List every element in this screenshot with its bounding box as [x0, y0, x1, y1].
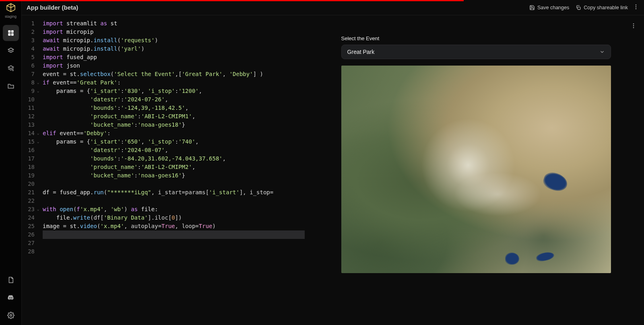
sidebar-nav-layers-add[interactable]: [3, 60, 19, 76]
more-vert-icon: [633, 4, 639, 10]
more-vert-icon: [630, 23, 637, 29]
env-badge: staging: [5, 14, 17, 19]
app-preview-pane: Select the Event Great Park: [308, 15, 644, 325]
svg-point-8: [636, 8, 636, 9]
sidebar-nav-folder[interactable]: [3, 78, 19, 94]
page-title: App builder (beta): [27, 4, 78, 11]
save-changes-button[interactable]: Save changes: [529, 5, 569, 10]
event-select-value: Great Park: [347, 49, 375, 55]
loading-progress-bar: [0, 0, 464, 1]
lake-feature: [535, 251, 555, 263]
sidebar-nav-layers[interactable]: [3, 43, 19, 59]
svg-rect-1: [11, 30, 13, 33]
svg-point-9: [633, 23, 634, 24]
preview-more-button[interactable]: [630, 23, 637, 30]
code-editor[interactable]: 1234567891011121314151617181920212223242…: [22, 15, 308, 325]
save-icon: [529, 5, 535, 10]
svg-rect-3: [11, 33, 13, 36]
fold-gutter: ⌄⌄⌄⌄⌄: [37, 15, 41, 325]
copy-icon: [576, 5, 581, 10]
line-number-gutter: 1234567891011121314151617181920212223242…: [22, 15, 37, 325]
chevron-down-icon: [599, 49, 605, 55]
sidebar-nav-workbench[interactable]: [3, 25, 19, 41]
copy-link-label: Copy shareable link: [584, 5, 628, 10]
lake-feature: [505, 253, 519, 265]
svg-point-4: [10, 315, 12, 317]
left-sidebar: staging: [0, 0, 22, 325]
sidebar-nav-settings[interactable]: [3, 307, 19, 323]
svg-point-7: [636, 6, 636, 7]
header-more-button[interactable]: [633, 4, 639, 11]
satellite-video-frame[interactable]: [341, 66, 611, 273]
sidebar-nav-docs[interactable]: [3, 272, 19, 288]
sidebar-nav-discord[interactable]: [3, 290, 19, 306]
editor-header: App builder (beta) Save changes Copy sha…: [22, 0, 644, 15]
event-select[interactable]: Great Park: [341, 45, 611, 59]
lake-feature: [541, 170, 570, 193]
app-logo-icon: [6, 3, 16, 14]
svg-rect-5: [578, 7, 580, 9]
code-content[interactable]: import streamlit as stimport micropipawa…: [41, 15, 308, 325]
select-event-label: Select the Event: [341, 35, 611, 41]
save-changes-label: Save changes: [537, 5, 569, 10]
copy-link-button[interactable]: Copy shareable link: [576, 5, 628, 10]
svg-rect-2: [8, 33, 10, 36]
svg-point-6: [636, 4, 636, 5]
svg-point-11: [633, 27, 634, 28]
svg-rect-0: [8, 30, 10, 33]
svg-point-10: [633, 25, 634, 26]
